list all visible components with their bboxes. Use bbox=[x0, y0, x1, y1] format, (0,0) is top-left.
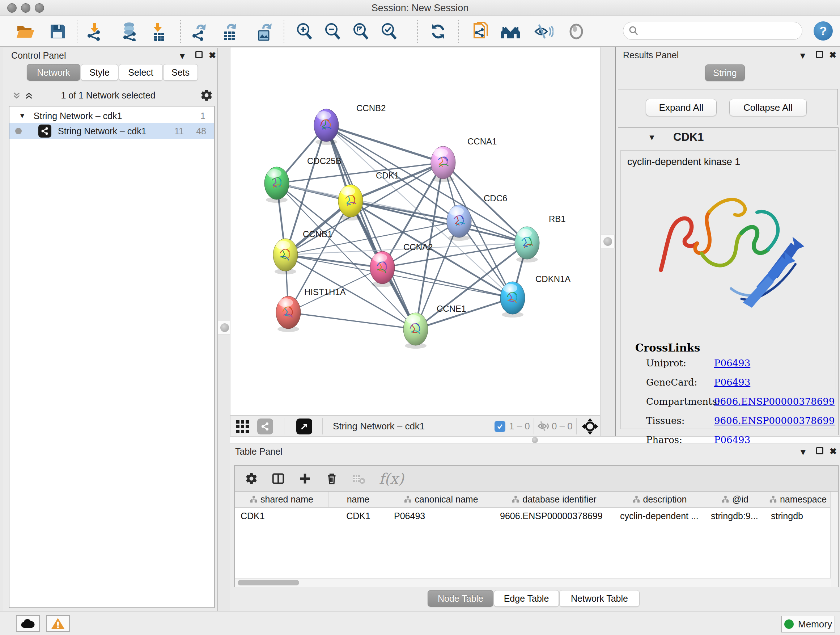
search-input[interactable] bbox=[638, 26, 790, 36]
network-edge[interactable] bbox=[288, 312, 416, 329]
table-cell[interactable]: stringdb:9... bbox=[705, 508, 765, 524]
add-column-button[interactable] bbox=[295, 469, 315, 489]
table-vertical-scrollbar[interactable] bbox=[830, 492, 838, 587]
results-panel-float-icon[interactable] bbox=[816, 51, 823, 59]
network-canvas[interactable]: CCNB2CCNA1CDC25BCDK1CDC6RB1CCNB1CCNA2CDK… bbox=[230, 47, 600, 416]
network-node-CDKN1A[interactable] bbox=[500, 282, 525, 314]
tab-select[interactable]: Select bbox=[118, 64, 163, 81]
network-edge[interactable] bbox=[416, 298, 513, 329]
collapse-all-button[interactable]: Collapse All bbox=[729, 99, 807, 116]
network-edge[interactable] bbox=[382, 268, 513, 298]
control-panel-float-icon[interactable] bbox=[195, 51, 202, 60]
zoom-in-button[interactable] bbox=[294, 21, 315, 42]
network-edge[interactable] bbox=[326, 125, 443, 163]
collapse-all-icon[interactable] bbox=[24, 91, 34, 100]
table-cell[interactable]: CDK1 bbox=[235, 508, 328, 524]
table-panel-float-icon[interactable] bbox=[816, 447, 823, 456]
delete-column-button[interactable] bbox=[322, 469, 342, 489]
column-header--id[interactable]: @id bbox=[705, 492, 765, 507]
cloud-status-button[interactable] bbox=[16, 615, 40, 632]
control-panel-menu-icon[interactable]: ▼ bbox=[178, 52, 187, 60]
network-row-selected[interactable]: String Network – cdk1 11 48 bbox=[9, 123, 214, 139]
export-network-button[interactable] bbox=[189, 21, 210, 42]
results-panel-menu-icon[interactable]: ▼ bbox=[798, 51, 807, 60]
import-table-button[interactable] bbox=[148, 21, 169, 42]
network-node-CCNB2[interactable] bbox=[314, 109, 339, 141]
column-header-database-identifier[interactable]: database identifier bbox=[494, 492, 614, 507]
crosslink-value[interactable]: 9606.ENSP00000378699 bbox=[714, 396, 835, 407]
network-node-CCNE1[interactable] bbox=[403, 313, 428, 345]
table-row[interactable]: CDK1CDK1P064939606.ENSP00000378699cyclin… bbox=[235, 508, 831, 524]
tab-edge-table[interactable]: Edge Table bbox=[494, 590, 559, 607]
selected-checkbox[interactable] bbox=[494, 421, 505, 432]
crosslink-value[interactable]: P06493 bbox=[714, 377, 750, 388]
show-selection-button[interactable] bbox=[566, 21, 587, 42]
table-cell[interactable]: 9606.ENSP00000378699 bbox=[494, 508, 614, 524]
network-node-CCNA1[interactable] bbox=[431, 146, 455, 179]
column-header-namespace[interactable]: namespace bbox=[765, 492, 831, 507]
save-session-button[interactable] bbox=[47, 21, 68, 42]
tab-sets[interactable]: Sets bbox=[163, 64, 198, 81]
import-network-button[interactable] bbox=[84, 21, 105, 42]
table-cell[interactable]: stringdb bbox=[765, 508, 831, 524]
collapse-entry-icon[interactable]: ▼ bbox=[648, 133, 656, 142]
tab-style[interactable]: Style bbox=[81, 64, 118, 81]
control-panel-close-icon[interactable]: ✖ bbox=[209, 51, 216, 60]
grid-view-button[interactable] bbox=[235, 419, 251, 434]
gear-icon[interactable] bbox=[200, 89, 213, 102]
share-document-button[interactable] bbox=[470, 21, 491, 42]
zoom-out-button[interactable] bbox=[322, 21, 343, 42]
detach-view-button[interactable] bbox=[296, 418, 312, 434]
refresh-button[interactable] bbox=[428, 21, 448, 42]
network-node-CDC25B[interactable] bbox=[264, 167, 289, 200]
network-node-CCNB1[interactable] bbox=[273, 239, 298, 271]
expand-all-button[interactable]: Expand All bbox=[646, 99, 717, 116]
network-graph[interactable]: CCNB2CCNA1CDC25BCDK1CDC6RB1CCNB1CCNA2CDK… bbox=[231, 48, 600, 415]
hide-selection-button[interactable] bbox=[533, 21, 554, 42]
help-button[interactable]: ? bbox=[813, 21, 833, 41]
crosslink-value[interactable]: 9606.ENSP00000378699 bbox=[714, 415, 835, 426]
table-cell[interactable]: cyclin-dependent ... bbox=[614, 508, 705, 524]
crosslink-value[interactable]: P06493 bbox=[714, 358, 750, 369]
export-image-button[interactable] bbox=[254, 21, 275, 42]
right-splitter-grip[interactable] bbox=[601, 234, 615, 249]
show-column-button[interactable] bbox=[268, 469, 288, 489]
tab-network-table[interactable]: Network Table bbox=[559, 590, 639, 607]
zoom-selected-button[interactable] bbox=[378, 21, 399, 42]
network-edge[interactable] bbox=[286, 255, 382, 268]
network-node-RB1[interactable] bbox=[515, 226, 539, 259]
tab-node-table[interactable]: Node Table bbox=[428, 590, 493, 607]
network-node-HIST1H1A[interactable] bbox=[276, 296, 301, 329]
import-database-button[interactable] bbox=[118, 21, 140, 42]
table-horizontal-scrollbar[interactable] bbox=[235, 578, 831, 587]
table-settings-button[interactable] bbox=[241, 469, 262, 489]
zoom-fit-button[interactable] bbox=[350, 21, 371, 42]
network-edge[interactable] bbox=[326, 125, 527, 243]
results-panel-close-icon[interactable]: ✖ bbox=[829, 51, 836, 59]
table-cell[interactable]: CDK1 bbox=[328, 508, 388, 524]
tab-string[interactable]: String bbox=[705, 65, 745, 81]
expand-all-icon[interactable] bbox=[12, 91, 21, 100]
network-node-CDC6[interactable] bbox=[447, 205, 471, 238]
birdseye-navigator-button[interactable] bbox=[581, 418, 599, 435]
column-header-canonical-name[interactable]: canonical name bbox=[388, 492, 494, 507]
crosslink-label: Uniprot: bbox=[646, 358, 686, 369]
tab-network[interactable]: Network bbox=[27, 64, 80, 81]
memory-button[interactable]: Memory bbox=[782, 616, 835, 632]
open-session-button[interactable] bbox=[15, 21, 36, 42]
network-node-CCNA2[interactable] bbox=[370, 251, 395, 284]
table-panel-close-icon[interactable]: ✖ bbox=[829, 447, 837, 456]
column-header-name[interactable]: name bbox=[328, 492, 388, 507]
left-splitter-grip[interactable] bbox=[218, 321, 232, 334]
warning-status-button[interactable] bbox=[46, 615, 70, 632]
network-home-button[interactable] bbox=[500, 21, 521, 42]
network-node-CDK1[interactable] bbox=[338, 185, 363, 217]
protein-entry-header[interactable]: ▼ CDK1 bbox=[618, 128, 838, 148]
export-table-button[interactable] bbox=[219, 21, 240, 42]
network-collection-row[interactable]: ▼ String Network – cdk1 1 bbox=[9, 108, 214, 124]
column-header-shared-name[interactable]: shared name bbox=[235, 492, 328, 507]
table-panel-menu-icon[interactable]: ▼ bbox=[799, 448, 807, 456]
network-view-mode-button[interactable] bbox=[257, 418, 273, 434]
table-cell[interactable]: P06493 bbox=[388, 508, 494, 524]
column-header-description[interactable]: description bbox=[614, 492, 705, 507]
